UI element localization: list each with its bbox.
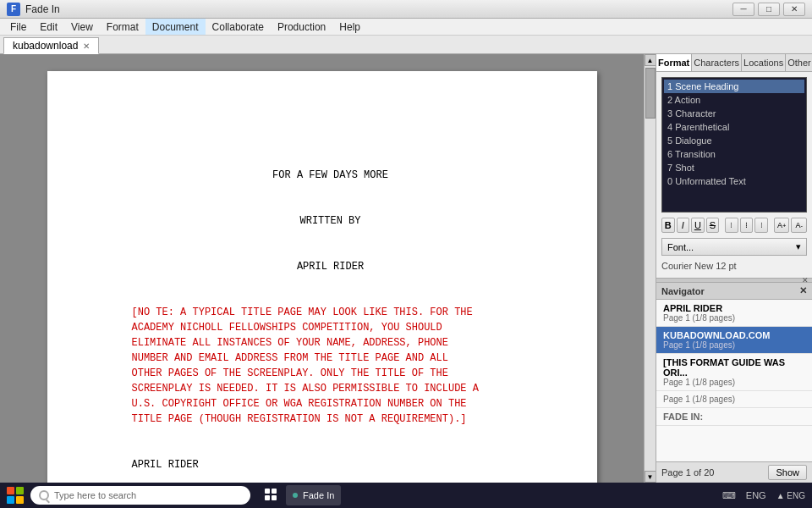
title-bar-controls: ─ □ ✕ (732, 3, 805, 16)
nav-item-title: KUBADOWNLOAD.COM (663, 330, 805, 340)
navigator-title: Navigator (661, 286, 705, 296)
nav-item-sub: Page 1 (1/8 pages) (663, 378, 805, 387)
tab-bar: kubadownload ✕ (0, 36, 812, 54)
tab-characters[interactable]: Characters (692, 54, 742, 71)
menu-view[interactable]: View (64, 19, 100, 35)
blank-line (132, 274, 529, 290)
title-bar: F Fade In ─ □ ✕ (0, 0, 812, 19)
menu-help[interactable]: Help (332, 19, 367, 35)
nav-item-april-rider[interactable]: APRIL RIDER Page 1 (1/8 pages) (656, 300, 812, 327)
scroll-thumb[interactable] (645, 68, 656, 119)
blank-line (132, 229, 529, 244)
written-by-line: WRITTEN BY (132, 213, 529, 229)
align-left-button[interactable]: ⁝ (725, 218, 738, 233)
menu-file[interactable]: File (3, 19, 33, 35)
tab-kubadownload[interactable]: kubadownload ✕ (3, 37, 99, 54)
align-center-button[interactable]: ⁞ (740, 218, 754, 233)
menu-collaborate[interactable]: Collaborate (206, 19, 271, 35)
document-page: FOR A FEW DAYS MORE WRITTEN BY APRIL RID… (47, 71, 597, 483)
nav-item-sub: Page 1 (1/8 pages) (663, 340, 805, 350)
tab-label: kubadownload (13, 40, 78, 52)
nav-item-title: APRIL RIDER (663, 303, 805, 313)
scroll-up-arrow[interactable]: ▲ (645, 54, 656, 66)
tab-close-button[interactable]: ✕ (83, 41, 90, 51)
blank-line (132, 152, 529, 168)
tab-other[interactable]: Other (786, 54, 812, 71)
style-transition[interactable]: 6 Transition (664, 147, 804, 161)
menu-format[interactable]: Format (100, 19, 145, 35)
navigator-footer: Page 1 of 20 Show (656, 461, 812, 483)
nav-item-sub: Page 1 (1/8 pages) (663, 395, 805, 404)
style-character[interactable]: 3 Character (664, 107, 804, 120)
title-bar-left: F Fade In (7, 3, 60, 16)
blank-line (132, 183, 529, 198)
nav-item-title: FADE IN: (663, 411, 805, 422)
size-up-button[interactable]: A+ (774, 218, 790, 233)
navigator-section: Navigator ✕ APRIL RIDER Page 1 (1/8 page… (656, 283, 812, 483)
font-name-label: Courier New 12 pt (661, 259, 807, 273)
underline-button[interactable]: U (691, 218, 705, 233)
style-unformatted[interactable]: 0 Unformatted Text (664, 174, 804, 188)
nav-item-title: [THIS FORMAT GUIDE WAS ORI... (663, 357, 805, 378)
style-dialogue[interactable]: 5 Dialogue (664, 134, 804, 147)
title-bar-title: Fade In (25, 3, 60, 15)
author-name-2: APRIL RIDER (132, 457, 529, 472)
style-list: 1 Scene Heading 2 Action 3 Character 4 P… (661, 77, 807, 213)
nav-page-label: Page 1 of 20 (661, 467, 714, 478)
navigator-header: Navigator ✕ (656, 283, 812, 300)
style-action[interactable]: 2 Action (664, 93, 804, 107)
style-parenthetical[interactable]: 4 Parenthetical (664, 120, 804, 134)
font-picker-button[interactable]: Font... ▾ (661, 238, 807, 256)
page-content: FOR A FEW DAYS MORE WRITTEN BY APRIL RID… (132, 122, 529, 483)
blank-line (132, 198, 529, 213)
nav-item-fade-in[interactable]: FADE IN: (656, 408, 812, 426)
blank-line (132, 442, 529, 457)
align-right-button[interactable]: ⁝ (754, 218, 768, 233)
menu-edit[interactable]: Edit (33, 19, 64, 35)
nav-item-kubadownload[interactable]: KUBADOWNLOAD.COM Page 1 (1/8 pages) (656, 327, 812, 354)
app-icon: F (7, 3, 20, 16)
blank-line (132, 137, 529, 152)
blank-line (132, 122, 529, 137)
menu-production[interactable]: Production (271, 19, 332, 35)
strikethrough-button[interactable]: S (706, 218, 720, 233)
navigator-close-icon[interactable]: ✕ (799, 285, 807, 296)
author-name-line: APRIL RIDER (132, 259, 529, 274)
blank-line (132, 244, 529, 259)
title-line: FOR A FEW DAYS MORE (132, 168, 529, 183)
blank-line (132, 427, 529, 442)
document-scrollbar[interactable]: ▲ ▼ (644, 54, 656, 483)
italic-button[interactable]: I (677, 218, 690, 233)
nav-item-format-guide[interactable]: [THIS FORMAT GUIDE WAS ORI... Page 1 (1/… (656, 354, 812, 391)
navigator-list: APRIL RIDER Page 1 (1/8 pages) KUBADOWNL… (656, 300, 812, 461)
close-button[interactable]: ✕ (783, 3, 805, 16)
scroll-down-arrow[interactable]: ▼ (645, 471, 656, 483)
panel-tabs: Format Characters Locations Other (656, 54, 812, 72)
blank-line (132, 290, 529, 305)
font-label: Font... (667, 242, 694, 252)
menu-document[interactable]: Document (145, 19, 206, 35)
tab-locations[interactable]: Locations (742, 54, 786, 71)
maximize-button[interactable]: □ (758, 3, 780, 16)
menu-bar: File Edit View Format Document Collabora… (0, 19, 812, 36)
size-down-button[interactable]: A- (791, 218, 807, 233)
right-panel: Format Characters Locations Other 1 Scen… (656, 54, 812, 483)
main-area: FOR A FEW DAYS MORE WRITTEN BY APRIL RID… (0, 54, 812, 483)
bold-button[interactable]: B (661, 218, 675, 233)
nav-show-button[interactable]: Show (768, 465, 807, 480)
style-shot[interactable]: 7 Shot (664, 161, 804, 174)
tab-format[interactable]: Format (656, 54, 692, 71)
blank-line (132, 472, 529, 483)
document-scroll[interactable]: FOR A FEW DAYS MORE WRITTEN BY APRIL RID… (0, 54, 644, 483)
minimize-button[interactable]: ─ (732, 3, 754, 16)
style-scene-heading[interactable]: 1 Scene Heading (664, 80, 804, 93)
font-dropdown-icon: ▾ (796, 241, 801, 252)
nav-item-sub: Page 1 (1/8 pages) (663, 313, 805, 323)
nav-item-blank[interactable]: Page 1 (1/8 pages) (656, 391, 812, 408)
format-toolbar: B I U S ⁝ ⁞ ⁝ A+ A- (661, 216, 807, 235)
document-area: FOR A FEW DAYS MORE WRITTEN BY APRIL RID… (0, 54, 656, 483)
note-block-1: [NO TE: A TYPICAL TITLE PAGE MAY LOOK LI… (132, 305, 529, 427)
format-panel: 1 Scene Heading 2 Action 3 Character 4 P… (656, 72, 812, 278)
